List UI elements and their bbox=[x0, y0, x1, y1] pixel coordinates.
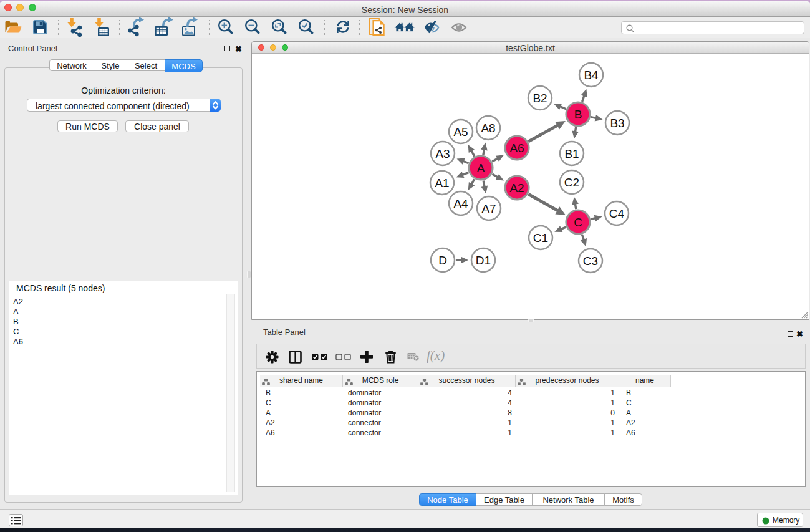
svg-text:C4: C4 bbox=[609, 207, 625, 220]
svg-text:C3: C3 bbox=[583, 254, 598, 268]
svg-text:A7: A7 bbox=[481, 202, 496, 215]
svg-text:D: D bbox=[438, 254, 447, 267]
svg-text:B: B bbox=[574, 108, 582, 121]
svg-text:A6: A6 bbox=[509, 142, 524, 155]
svg-text:C2: C2 bbox=[564, 176, 579, 189]
svg-text:A1: A1 bbox=[435, 177, 449, 190]
svg-text:C: C bbox=[574, 216, 582, 229]
svg-text:C1: C1 bbox=[533, 231, 548, 244]
svg-text:A8: A8 bbox=[481, 122, 495, 135]
svg-text:A4: A4 bbox=[453, 197, 468, 210]
svg-text:B1: B1 bbox=[564, 147, 579, 160]
svg-text:A: A bbox=[477, 162, 485, 175]
svg-text:B2: B2 bbox=[533, 92, 547, 105]
svg-text:A3: A3 bbox=[435, 147, 450, 160]
svg-text:f(x): f(x) bbox=[427, 350, 445, 363]
svg-text:A5: A5 bbox=[453, 125, 468, 138]
svg-text:A2: A2 bbox=[509, 181, 524, 195]
svg-text:D1: D1 bbox=[476, 254, 491, 267]
svg-text:B3: B3 bbox=[610, 117, 624, 130]
svg-text:B4: B4 bbox=[584, 69, 599, 82]
